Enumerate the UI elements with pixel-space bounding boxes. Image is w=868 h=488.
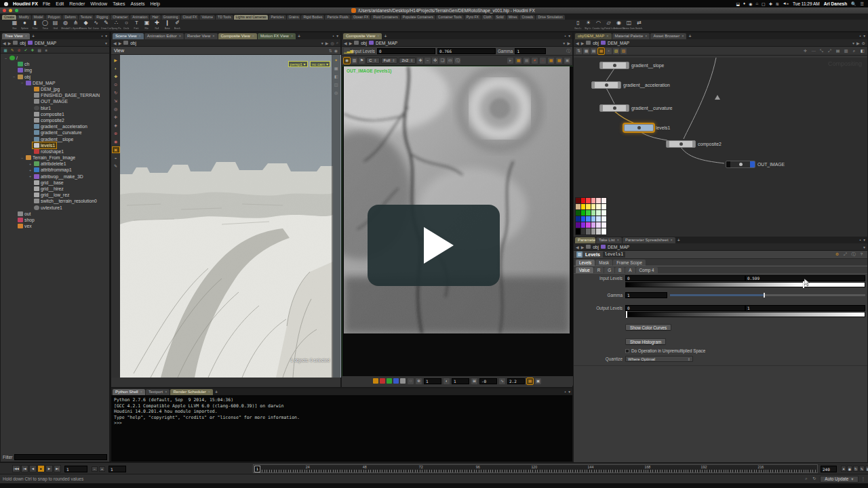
tree-row[interactable]: shop <box>1 217 109 223</box>
palette-swatch[interactable] <box>576 222 581 228</box>
pane-tab[interactable]: Parameter Spreadsheet× <box>623 237 675 243</box>
chevron-down-icon[interactable]: ▾ <box>321 41 323 45</box>
palette-swatch[interactable] <box>596 210 601 216</box>
tree-expander-icon[interactable]: − <box>12 75 16 79</box>
viewport-tool-icon[interactable]: ✛ <box>113 115 119 120</box>
menu-item[interactable]: Edit <box>56 1 64 6</box>
close-icon[interactable]: × <box>139 33 141 39</box>
quantize-dropdown[interactable]: Where Optimal⇕ <box>625 356 693 362</box>
status-icon[interactable]: ▢ <box>762 1 766 6</box>
status-icon[interactable]: ≋ <box>776 1 779 6</box>
shelf-tab[interactable]: Animation <box>130 15 149 20</box>
palette-swatch[interactable] <box>591 198 597 204</box>
tree-expander-icon[interactable]: − <box>3 56 8 60</box>
gamma-curve-icon[interactable]: ∿ <box>499 378 505 384</box>
component-tab[interactable]: G <box>604 267 614 273</box>
component-tab[interactable]: R <box>594 267 604 273</box>
palette-swatch[interactable] <box>601 198 607 204</box>
input-levels-low-field[interactable]: 0 <box>625 275 745 281</box>
shelf-tool[interactable]: ▤ Grid <box>50 20 60 30</box>
tree-row[interactable]: − DEM_MAP <box>1 80 109 86</box>
playbar-option-icon[interactable]: ▦ <box>865 466 868 472</box>
shelf-tool[interactable]: ∴ Spray Pa. <box>111 20 121 30</box>
component-tab[interactable]: Comp 4 <box>636 267 658 273</box>
shelf-tool[interactable]: ✎ Draw Cur. <box>101 20 111 30</box>
shelf-tab[interactable]: Grains <box>287 15 301 20</box>
shelf-tab[interactable]: TD Tools <box>216 15 233 20</box>
pane-tab[interactable]: Animation Editor× <box>144 33 184 39</box>
shelf-tool[interactable]: ◫ Stereo Cam. <box>624 20 634 30</box>
shelf-tool[interactable]: ✚ Null <box>152 20 162 30</box>
pane-tab[interactable]: Render View× <box>184 33 217 39</box>
node-body[interactable] <box>591 81 621 89</box>
param-header-icon[interactable]: ⓘ <box>850 251 856 258</box>
input-levels-slider[interactable] <box>625 282 865 288</box>
play-icon[interactable]: ▶ <box>326 41 329 45</box>
channel-swatch[interactable] <box>400 378 406 384</box>
close-icon[interactable]: × <box>645 33 647 39</box>
lut-icon[interactable]: ▦ <box>527 378 533 384</box>
path-segment[interactable]: DEM_MAP <box>608 41 629 45</box>
app-menu-title[interactable]: Houdini FX <box>13 1 38 6</box>
close-icon[interactable]: × <box>377 33 379 39</box>
shelf-tab[interactable]: Polygon <box>45 15 62 20</box>
close-icon[interactable]: × <box>212 33 214 39</box>
current-frame-marker[interactable]: 1 <box>254 466 260 472</box>
tree-toolbar-icon[interactable]: ▤ <box>37 47 42 53</box>
palette-swatch[interactable] <box>586 228 591 235</box>
tree-expander-icon[interactable]: + <box>28 168 33 172</box>
display-option-icon[interactable]: ◎ <box>333 90 340 96</box>
shelf-tool[interactable]: ◆ Platonic Sol. <box>81 20 91 30</box>
comp-display-icon[interactable]: ▦ <box>548 58 554 64</box>
shelf-tab[interactable]: Populate Containers <box>401 15 435 20</box>
chevron-down-icon[interactable]: ▾ <box>563 41 565 45</box>
palette-swatch[interactable] <box>596 198 601 204</box>
palette-swatch[interactable] <box>576 204 581 210</box>
pane-window-buttons[interactable]: ▪ ▾ <box>860 34 866 38</box>
palette-swatch[interactable] <box>586 216 591 222</box>
tree-row[interactable]: DEM_jpg <box>1 86 109 92</box>
display-option-icon[interactable]: ◫ <box>333 82 340 87</box>
path-segment[interactable]: DEM_MAP <box>35 41 56 45</box>
pane-tab[interactable]: Tree View× <box>2 33 30 39</box>
comp-tool-icon[interactable]: ❏ <box>439 58 446 64</box>
palette-swatch[interactable] <box>581 228 587 235</box>
tree-toolbar-icon[interactable]: ✚ <box>30 47 35 53</box>
input-level-high-field[interactable]: 0.766 <box>437 48 496 54</box>
status-icon[interactable]: ⌂ <box>755 1 758 6</box>
shelf-tab[interactable]: Deform <box>62 15 77 20</box>
transport-button[interactable]: ■ <box>37 465 45 472</box>
channel-swatch[interactable] <box>393 378 399 384</box>
tree-toolbar-icon[interactable]: ✔ <box>23 47 28 53</box>
param-header-icon[interactable]: ? <box>859 251 865 258</box>
folder-tab[interactable]: Levels <box>576 260 595 266</box>
viewport-tool-icon[interactable]: ✎ <box>113 163 119 169</box>
shelf-tool[interactable]: ✐ Brush <box>172 20 182 30</box>
viewport-tool-icon[interactable]: ⇲ <box>113 98 119 104</box>
display-option-icon[interactable]: ◧ <box>333 74 340 79</box>
palette-swatch[interactable] <box>586 198 591 204</box>
close-icon[interactable]: × <box>617 237 619 243</box>
playbar-option-icon[interactable]: ↻ <box>853 466 859 472</box>
viewport-tool-icon[interactable]: ↻ <box>113 90 119 96</box>
new-tab-button[interactable]: + <box>30 33 37 39</box>
network-tool-icon[interactable]: ▦ <box>583 48 589 54</box>
close-icon[interactable]: × <box>25 33 27 39</box>
play-icon[interactable]: ▶ <box>567 41 570 45</box>
tree-row[interactable]: gradient__slope <box>1 136 109 142</box>
palette-swatch[interactable] <box>576 228 581 235</box>
folder-tab[interactable]: Frame Scope <box>613 260 646 266</box>
shelf-tab[interactable]: Crowds <box>519 15 535 20</box>
palette-swatch[interactable] <box>591 228 597 235</box>
palette-swatch[interactable] <box>601 222 607 228</box>
shelf-tab[interactable]: Character <box>111 15 130 20</box>
shelf-tool[interactable]: ○ Circle <box>121 20 132 30</box>
comp-display-icon[interactable]: ▦ <box>524 58 530 64</box>
folder-tab[interactable]: Mask <box>595 260 612 266</box>
decrement-button[interactable]: − <box>92 466 98 472</box>
tree-row[interactable]: + attribvop__make_3D <box>1 174 109 180</box>
pane-tab[interactable]: Material Palette× <box>612 33 650 39</box>
shelf-tab[interactable]: Hair <box>150 15 160 20</box>
perspective-badge[interactable]: persp1 ▾ <box>288 61 308 67</box>
palette-swatch[interactable] <box>596 222 601 228</box>
